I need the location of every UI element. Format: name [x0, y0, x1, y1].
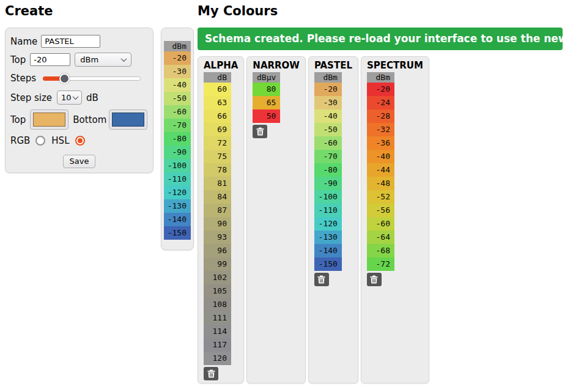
name-input[interactable] — [41, 35, 100, 48]
trash-icon — [256, 127, 264, 136]
scale-cell: -70 — [314, 150, 342, 163]
scale-cell: 99 — [204, 257, 231, 271]
scale-cell: -20 — [164, 51, 191, 65]
steps-slider[interactable] — [43, 73, 141, 83]
scale-cell: -60 — [314, 136, 342, 150]
scale-cell: -110 — [164, 172, 191, 186]
step-size-value: 10 — [61, 93, 72, 102]
unit-header: dB — [204, 72, 231, 83]
trash-icon — [370, 275, 378, 284]
schema-name: ALPHA — [204, 60, 238, 71]
schema-scale: dBm-20-24-28-32-36-40-44-48-52-56-60-64-… — [367, 72, 394, 271]
scale-cell: -32 — [367, 123, 394, 136]
scale-cell: -140 — [164, 213, 191, 226]
scale-cell: -70 — [164, 119, 191, 132]
bottom-colour-swatch — [112, 113, 144, 127]
delete-schema-button[interactable] — [314, 273, 329, 286]
scale-cell: 63 — [204, 96, 231, 109]
unit-header: dBm — [367, 72, 394, 83]
save-row: Save — [10, 155, 148, 168]
scale-cell: 66 — [204, 109, 231, 123]
schema-card-alpha: ALPHAdB606366697275788184879093969910210… — [198, 56, 244, 383]
scale-cell: 96 — [204, 244, 231, 257]
delete-schema-button[interactable] — [367, 273, 382, 286]
scale-cell: 90 — [204, 217, 231, 231]
scale-cell: -60 — [367, 217, 394, 231]
scale-cell: 80 — [253, 83, 280, 96]
bottom-colour-picker[interactable] — [109, 109, 147, 130]
my-colours-title: My Colours — [198, 3, 563, 19]
scale-cell: -24 — [367, 96, 394, 109]
scale-cell: -52 — [367, 190, 394, 204]
schema-cards-row: ALPHAdB606366697275788184879093969910210… — [198, 56, 563, 383]
scale-cell: -56 — [367, 204, 394, 217]
scale-cell: 75 — [204, 150, 231, 163]
colour-swatch-row: Top Bottom — [10, 109, 148, 130]
name-label: Name — [10, 36, 37, 47]
create-panel: Name Top dBm Steps Step — [5, 28, 153, 173]
scale-cell: -100 — [314, 190, 342, 204]
scale-cell: 108 — [204, 298, 231, 311]
top-row: Top dBm — [10, 53, 148, 67]
scale-cell: 111 — [204, 311, 231, 325]
steps-row: Steps — [10, 73, 148, 84]
name-row: Name — [10, 35, 148, 48]
rgb-label: RGB — [10, 135, 30, 146]
step-size-unit-label: dB — [86, 92, 98, 103]
scale-cell: -30 — [164, 65, 191, 78]
schema-name: PASTEL — [314, 60, 352, 71]
scale-cell: -140 — [314, 244, 342, 257]
top-colour-picker[interactable] — [30, 109, 68, 130]
hsl-radio[interactable] — [75, 136, 85, 146]
save-button[interactable]: Save — [63, 155, 96, 168]
preview-scale: dBm-20-30-40-50-60-70-80-90-100-110-120-… — [164, 41, 191, 240]
delete-schema-button[interactable] — [253, 125, 267, 138]
schema-scale: dBµv806550 — [253, 72, 280, 123]
scale-cell: -150 — [314, 257, 342, 271]
step-size-label: Step size — [10, 92, 52, 103]
schema-card-narrow: NARROWdBµv806550 — [246, 56, 306, 383]
scale-cell: 78 — [204, 163, 231, 177]
top-value-input[interactable] — [30, 53, 70, 66]
unit-header: dBµv — [253, 72, 280, 83]
rgb-radio[interactable] — [35, 136, 45, 146]
unit-select[interactable]: dBm — [75, 53, 131, 67]
scale-cell: 60 — [204, 83, 231, 96]
top-colour-swatch — [33, 113, 65, 127]
hsl-label: HSL — [51, 135, 69, 146]
scale-cell: -48 — [367, 177, 394, 190]
scale-cell: -36 — [367, 136, 394, 150]
steps-label: Steps — [10, 73, 36, 84]
unit-select-value: dBm — [80, 55, 98, 64]
scale-cell: -44 — [367, 163, 394, 177]
scale-cell: 72 — [204, 136, 231, 150]
scale-cell: -80 — [164, 132, 191, 146]
chevron-down-icon — [73, 94, 79, 100]
schema-name: NARROW — [253, 60, 300, 71]
scale-cell: 102 — [204, 271, 231, 284]
delete-schema-button[interactable] — [204, 367, 218, 380]
scale-cell: -120 — [164, 186, 191, 199]
scale-cell: -90 — [164, 146, 191, 159]
scale-cell: -40 — [164, 78, 191, 92]
slider-thumb[interactable] — [59, 73, 70, 84]
scale-cell: -20 — [314, 83, 342, 96]
preview-panel: dBm-20-30-40-50-60-70-80-90-100-110-120-… — [161, 28, 194, 250]
success-banner-text: Schema created. Please re-load your inte… — [205, 32, 573, 45]
schema-card-spectrum: SPECTRUMdBm-20-24-28-32-36-40-44-48-52-5… — [361, 56, 429, 383]
step-size-select[interactable]: 10 — [57, 91, 82, 105]
schema-scale: dBm-20-30-40-50-60-70-80-90-100-110-120-… — [314, 72, 342, 271]
scale-cell: -130 — [164, 199, 191, 213]
trash-icon — [207, 369, 215, 378]
schema-name: SPECTRUM — [367, 60, 423, 71]
create-title: Create — [5, 3, 153, 19]
scale-cell: -20 — [367, 83, 394, 96]
scale-cell: 93 — [204, 231, 231, 244]
scale-cell: 105 — [204, 284, 231, 298]
scale-cell: 81 — [204, 177, 231, 190]
scale-cell: -28 — [367, 109, 394, 123]
scale-cell: -64 — [367, 231, 394, 244]
scale-cell: -68 — [367, 244, 394, 257]
scale-cell: -130 — [314, 231, 342, 244]
scale-cell: -120 — [314, 217, 342, 231]
